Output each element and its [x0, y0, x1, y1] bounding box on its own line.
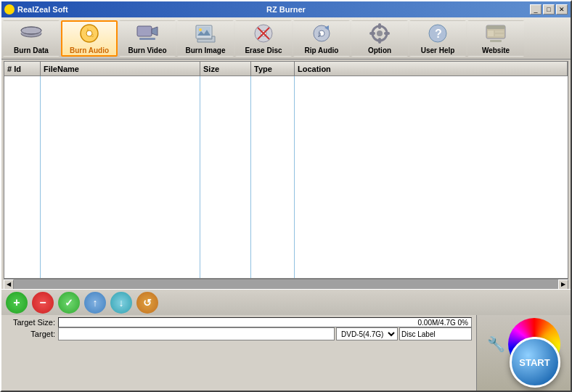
target-input-container: DVD-5(4.7G) DVD-9(8.5G) CD-R(700M) Disc … [58, 327, 472, 340]
burn-image-icon [194, 22, 217, 45]
title-bar-left: RealZeal Soft [4, 4, 68, 15]
toolbar-erase-disc[interactable]: Erase Disc [235, 20, 292, 57]
burn-video-label: Burn Video [128, 46, 166, 54]
toolbar-burn-data[interactable]: Burn Data [3, 20, 60, 57]
col-header-filename: FileName [41, 62, 200, 75]
h-scroll-area[interactable] [14, 279, 558, 290]
col-header-location: Location [295, 62, 568, 75]
erase-disc-label: Erase Disc [245, 46, 282, 54]
app-name: RealZeal Soft [17, 5, 68, 14]
svg-rect-32 [488, 30, 494, 36]
website-label: Website [482, 46, 510, 54]
start-label: START [519, 357, 549, 368]
toolbar-website[interactable]: Website [467, 20, 524, 57]
status-start-panel: Target Size: 0.00M/4.7G 0% Target: DVD-5… [1, 315, 571, 391]
main-window: RealZeal Soft RZ Burner _ □ ✕ Burn Data [0, 0, 572, 392]
svg-rect-34 [495, 34, 504, 36]
option-icon [368, 22, 391, 45]
toolbar-burn-video[interactable]: Burn Video [119, 20, 176, 57]
rip-audio-label: Rip Audio [305, 46, 339, 54]
start-button[interactable]: START [510, 337, 560, 388]
svg-text:♪: ♪ [86, 27, 89, 32]
svg-rect-25 [378, 38, 381, 44]
h-scroll-left[interactable]: ◀ [4, 279, 14, 290]
erase-disc-icon [252, 22, 275, 45]
title-bar: RealZeal Soft RZ Burner _ □ ✕ [1, 1, 571, 17]
option-label: Option [368, 46, 391, 54]
disc-label-input[interactable]: Disc Label [399, 327, 472, 340]
col-type-body [251, 76, 295, 278]
svg-rect-8 [137, 26, 152, 36]
svg-text:?: ? [435, 28, 442, 40]
svg-rect-26 [369, 32, 375, 35]
h-scroll-track[interactable]: ◀ ▶ [4, 279, 568, 290]
table-body [4, 76, 568, 278]
svg-point-23 [377, 30, 383, 36]
svg-rect-10 [139, 38, 155, 40]
svg-rect-33 [495, 30, 504, 33]
toolbar-burn-image[interactable]: Burn Image [177, 20, 234, 57]
target-input[interactable] [58, 327, 335, 340]
table-header: # Id FileName Size Type Location [4, 62, 568, 76]
minimize-button[interactable]: _ [530, 4, 542, 15]
col-size-body [200, 76, 251, 278]
svg-rect-35 [490, 40, 502, 42]
horizontal-scrollbar[interactable]: ◀ ▶ [4, 279, 568, 289]
toolbar-burn-audio[interactable]: ♪ ♫ Burn Audio [61, 20, 118, 57]
rip-audio-icon: ♪ [310, 22, 333, 45]
col-filename-body [41, 76, 200, 278]
svg-text:♪: ♪ [317, 29, 322, 39]
burn-audio-icon: ♪ ♫ [78, 22, 101, 45]
burn-image-label: Burn Image [185, 46, 225, 54]
target-size-row: Target Size: 0.00M/4.7G 0% [6, 317, 472, 327]
file-table: # Id FileName Size Type Location [4, 61, 568, 279]
app-icon [4, 4, 15, 15]
col-id-body [4, 76, 41, 278]
svg-text:♫: ♫ [90, 33, 94, 38]
progress-bar-container: 0.00M/4.7G 0% [58, 317, 472, 327]
svg-rect-24 [378, 23, 381, 29]
burn-data-icon [20, 22, 43, 45]
maximize-button[interactable]: □ [543, 4, 555, 15]
toolbar-option[interactable]: Option [351, 20, 408, 57]
h-scroll-right[interactable]: ▶ [558, 279, 568, 290]
wrench-icon: 🔧 [487, 335, 505, 353]
website-icon [484, 22, 507, 45]
svg-rect-31 [486, 25, 505, 29]
add-button[interactable]: + [6, 292, 28, 314]
burn-video-icon [136, 22, 159, 45]
col-header-type: Type [251, 62, 295, 75]
col-location-body [295, 76, 568, 278]
target-size-label: Target Size: [6, 318, 55, 327]
col-header-size: Size [200, 62, 251, 75]
burn-data-label: Burn Data [14, 46, 49, 54]
disc-type-dropdown[interactable]: DVD-5(4.7G) DVD-9(8.5G) CD-R(700M) [336, 327, 398, 340]
status-panel: Target Size: 0.00M/4.7G 0% Target: DVD-5… [1, 315, 476, 391]
svg-point-14 [199, 28, 202, 31]
user-help-label: User Help [421, 46, 455, 54]
move-down-button[interactable]: ↓ [110, 292, 132, 314]
target-label: Target: [6, 330, 55, 338]
move-up-button[interactable]: ↑ [84, 292, 106, 314]
target-row: Target: DVD-5(4.7G) DVD-9(8.5G) CD-R(700… [6, 327, 472, 340]
progress-text: 0.00M/4.7G 0% [418, 318, 468, 328]
burn-audio-label: Burn Audio [70, 46, 109, 54]
svg-rect-27 [384, 32, 390, 35]
reset-button[interactable]: ↺ [136, 292, 158, 314]
window-title: RZ Burner [266, 5, 306, 14]
col-header-id: # Id [4, 62, 41, 75]
close-button[interactable]: ✕ [556, 4, 568, 15]
svg-marker-9 [152, 27, 158, 36]
remove-button[interactable]: − [32, 292, 54, 314]
toolbar: Burn Data ♪ ♫ Burn Audio [1, 17, 571, 60]
window-controls: _ □ ✕ [530, 4, 568, 15]
user-help-icon: ? [426, 22, 449, 45]
ok-button[interactable]: ✓ [58, 292, 80, 314]
toolbar-user-help[interactable]: ? User Help [409, 20, 466, 57]
toolbar-rip-audio[interactable]: ♪ Rip Audio [293, 20, 350, 57]
action-toolbar: + − ✓ ↑ ↓ ↺ [1, 289, 571, 315]
start-panel: 🔧 START [476, 315, 571, 391]
